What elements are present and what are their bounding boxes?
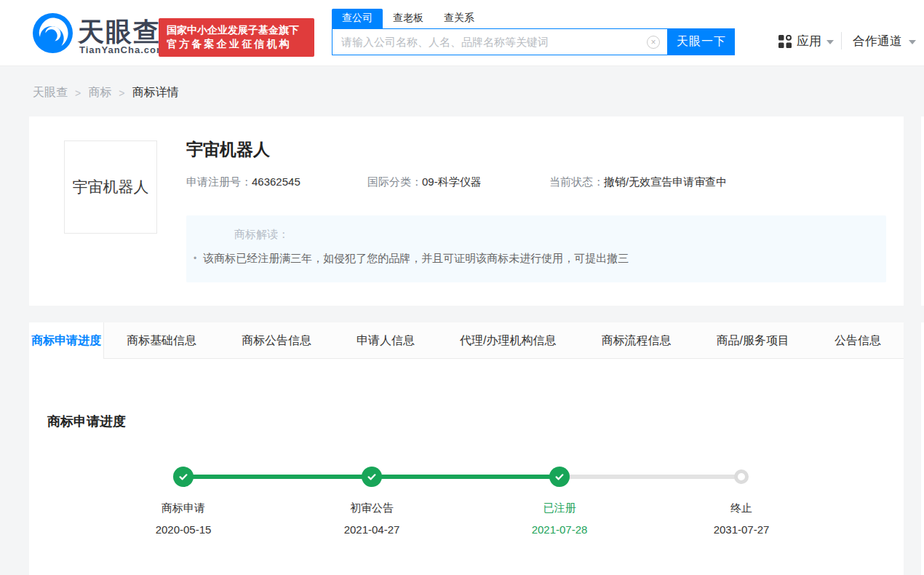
field-intl-class: 国际分类：09-科学仪器 <box>367 175 482 189</box>
breadcrumb-separator: > <box>75 87 81 99</box>
trademark-name: 宇宙机器人 <box>186 138 270 161</box>
field-label: 当前状态： <box>549 175 604 188</box>
nav-partner-label: 合作通道 <box>853 33 902 49</box>
apps-grid-icon <box>778 35 792 48</box>
interpretation-text: 该商标已经注册满三年，如侵犯了您的品牌，并且可证明该商标未进行使用，可提出撤三 <box>203 252 629 264</box>
search-tabs: 查公司 查老板 查关系 <box>332 9 485 28</box>
interpretation-title: 商标解读： <box>234 228 289 242</box>
field-current-status: 当前状态：撤销/无效宣告申请审查中 <box>549 175 727 189</box>
step-date: 2021-07-28 <box>501 523 618 536</box>
tianyancha-logo-icon[interactable] <box>33 13 73 53</box>
tab-announcement-info[interactable]: 公告信息 <box>812 322 904 359</box>
badge-line2: 官方备案企业征信机构 <box>167 37 306 51</box>
field-value: 46362545 <box>252 175 300 188</box>
timeline-step-preliminary: 初审公告 2021-04-27 <box>314 501 430 536</box>
tab-application-progress[interactable]: 商标申请进度 <box>29 322 104 359</box>
search-tab-boss[interactable]: 查老板 <box>383 9 434 28</box>
breadcrumb-separator: > <box>119 87 124 99</box>
step-date: 2020-05-15 <box>125 523 242 536</box>
trademark-image: 宇宙机器人 <box>64 140 157 234</box>
step-label: 终止 <box>683 501 800 515</box>
breadcrumb: 天眼查 > 商标 > 商标详情 <box>33 85 178 100</box>
detail-tab-bar: 商标申请进度 商标基础信息 商标公告信息 申请人信息 代理/办理机构信息 商标流… <box>29 322 904 359</box>
breadcrumb-trademark[interactable]: 商标 <box>88 85 111 100</box>
progress-section-title: 商标申请进度 <box>47 413 126 430</box>
step-date: 2031-07-27 <box>683 523 800 536</box>
nav-divider <box>841 32 842 49</box>
nav-apps-label: 应用 <box>797 33 821 49</box>
step-label: 商标申请 <box>125 501 242 515</box>
step-label: 初审公告 <box>314 501 430 515</box>
pending-dot-icon <box>734 469 749 484</box>
chevron-down-icon <box>827 40 834 44</box>
field-registration-number: 申请注册号：46362545 <box>186 175 300 189</box>
trademark-summary-card: 宇宙机器人 宇宙机器人 申请注册号：46362545 国际分类：09-科学仪器 … <box>29 116 904 306</box>
check-icon <box>362 467 382 487</box>
breadcrumb-home[interactable]: 天眼查 <box>33 85 68 100</box>
header: 天眼查 TianYanCha.com 国家中小企业发展子基金旗下 官方备案企业征… <box>0 0 924 66</box>
nav-apps[interactable]: 应用 <box>778 33 834 49</box>
search-tab-relation[interactable]: 查关系 <box>434 9 485 28</box>
field-value: 撤销/无效宣告申请审查中 <box>604 175 727 188</box>
timeline-pending-track <box>559 475 741 479</box>
step-label: 已注册 <box>501 501 618 515</box>
right-column-sliver <box>921 322 924 575</box>
step-date: 2021-04-27 <box>314 523 430 536</box>
timeline-step-application: 商标申请 2020-05-15 <box>125 501 242 536</box>
certification-badge: 国家中小企业发展子基金旗下 官方备案企业征信机构 <box>159 18 314 57</box>
search-tab-company[interactable]: 查公司 <box>332 9 383 28</box>
search-button[interactable]: 天眼一下 <box>668 28 735 55</box>
timeline-step-termination: 终止 2031-07-27 <box>683 501 800 536</box>
tab-gazette-info[interactable]: 商标公告信息 <box>219 322 334 359</box>
check-icon <box>549 467 570 487</box>
chevron-down-icon <box>909 40 916 44</box>
tab-basic-info[interactable]: 商标基础信息 <box>104 322 219 359</box>
check-icon <box>173 467 194 487</box>
right-column-sliver <box>921 116 924 306</box>
timeline-step-registered: 已注册 2021-07-28 <box>501 501 618 536</box>
field-value: 09-科学仪器 <box>422 175 482 188</box>
nav-partner[interactable]: 合作通道 <box>853 33 916 49</box>
badge-line1: 国家中小企业发展子基金旗下 <box>167 23 306 37</box>
tab-goods-services[interactable]: 商品/服务项目 <box>694 322 812 359</box>
logo-domain: TianYanCha.com <box>79 44 166 55</box>
field-label: 国际分类： <box>367 175 422 188</box>
trademark-interpretation-panel: 商标解读： •该商标已经注册满三年，如侵犯了您的品牌，并且可证明该商标未进行使用… <box>186 215 886 282</box>
tab-process-info[interactable]: 商标流程信息 <box>579 322 694 359</box>
bullet-icon: • <box>194 253 196 263</box>
search-input[interactable] <box>332 29 647 55</box>
trademark-detail-card: 商标申请进度 商标基础信息 商标公告信息 申请人信息 代理/办理机构信息 商标流… <box>29 322 904 575</box>
field-label: 申请注册号： <box>186 175 252 188</box>
search-box: × <box>332 28 668 55</box>
clear-icon[interactable]: × <box>647 36 660 49</box>
interpretation-item: •该商标已经注册满三年，如侵犯了您的品牌，并且可证明该商标未进行使用，可提出撤三 <box>194 252 629 266</box>
tab-agency-info[interactable]: 代理/办理机构信息 <box>437 322 578 359</box>
breadcrumb-current: 商标详情 <box>132 85 178 100</box>
tab-applicant-info[interactable]: 申请人信息 <box>334 322 437 359</box>
